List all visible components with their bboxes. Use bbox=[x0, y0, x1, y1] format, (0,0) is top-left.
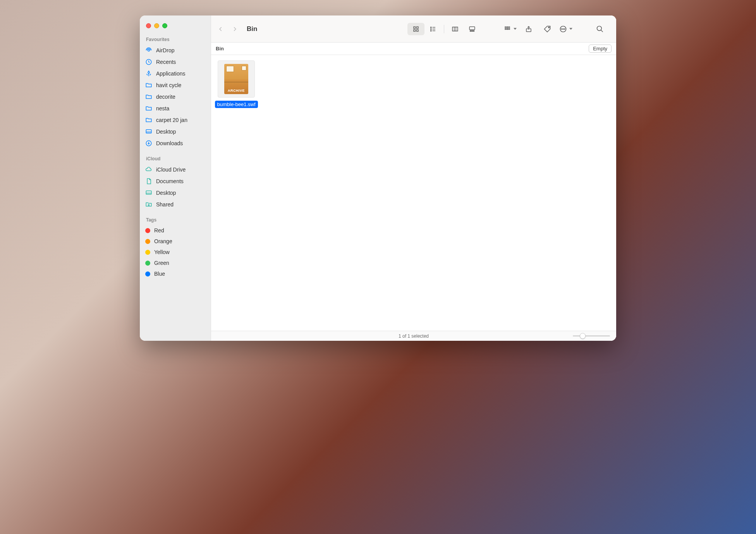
main-area: Bin Bin Empty bbox=[211, 15, 616, 341]
svg-rect-15 bbox=[470, 30, 471, 31]
empty-bin-button[interactable]: Empty bbox=[589, 45, 612, 53]
svg-rect-7 bbox=[417, 27, 419, 29]
sidebar-item-desktop[interactable]: Desktop bbox=[140, 126, 211, 137]
icon-size-slider[interactable] bbox=[573, 335, 610, 337]
svg-rect-22 bbox=[507, 28, 508, 29]
sidebar-tag-green[interactable]: Green bbox=[140, 258, 211, 268]
sidebar-item-downloads[interactable]: Downloads bbox=[140, 137, 211, 149]
sidebar-item-icloud-desktop[interactable]: Desktop bbox=[140, 187, 211, 199]
gallery-view-button[interactable] bbox=[464, 23, 481, 35]
clock-icon bbox=[145, 58, 152, 65]
desktop-icon bbox=[145, 128, 152, 135]
archive-icon: ARCHIVE bbox=[224, 64, 248, 94]
sidebar-item-label: Applications bbox=[156, 70, 186, 77]
close-window-button[interactable] bbox=[146, 23, 151, 28]
sidebar-item-carpet-20-jan[interactable]: carpet 20 jan bbox=[140, 114, 211, 126]
svg-rect-9 bbox=[417, 29, 419, 31]
sidebar-item-airdrop[interactable]: AirDrop bbox=[140, 45, 211, 56]
tag-dot-icon bbox=[145, 250, 150, 255]
svg-point-10 bbox=[431, 27, 431, 27]
column-view-button[interactable] bbox=[447, 23, 464, 35]
sidebar-item-label: Orange bbox=[154, 238, 172, 244]
minimize-window-button[interactable] bbox=[154, 23, 159, 28]
downloads-icon bbox=[145, 140, 152, 147]
airdrop-icon bbox=[145, 47, 152, 54]
list-view-button[interactable] bbox=[424, 23, 442, 35]
sidebar-item-label: iCloud Drive bbox=[156, 167, 186, 173]
tag-dot-icon bbox=[145, 239, 150, 244]
sidebar-item-label: havit cycle bbox=[156, 82, 181, 88]
svg-point-25 bbox=[548, 27, 550, 28]
sidebar-item-label: Documents bbox=[156, 178, 184, 184]
sidebar-item-documents[interactable]: Documents bbox=[140, 175, 211, 187]
sidebar-item-decorite[interactable]: decorite bbox=[140, 91, 211, 103]
svg-point-12 bbox=[431, 30, 431, 31]
svg-point-29 bbox=[564, 29, 565, 29]
desktop-icon bbox=[145, 189, 152, 196]
sidebar-item-label: carpet 20 jan bbox=[156, 117, 187, 123]
sidebar-item-label: Yellow bbox=[154, 249, 170, 255]
sidebar-item-applications[interactable]: Applications bbox=[140, 68, 211, 79]
file-grid[interactable]: ARCHIVE bumble-bee1.swf bbox=[211, 55, 616, 331]
forward-button[interactable] bbox=[229, 23, 241, 35]
svg-rect-23 bbox=[509, 28, 510, 29]
archive-badge: ARCHIVE bbox=[228, 89, 245, 93]
sidebar-item-icloud-drive[interactable]: iCloud Drive bbox=[140, 164, 211, 175]
fullscreen-window-button[interactable] bbox=[162, 23, 167, 28]
sidebar-tag-blue[interactable]: Blue bbox=[140, 268, 211, 279]
sidebar-tag-red[interactable]: Red bbox=[140, 225, 211, 236]
svg-rect-16 bbox=[472, 30, 472, 31]
path-location: Bin bbox=[216, 46, 224, 52]
sidebar-item-label: decorite bbox=[156, 94, 175, 100]
tag-dot-icon bbox=[145, 261, 150, 266]
tag-dot-icon bbox=[145, 228, 150, 233]
sidebar-tag-orange[interactable]: Orange bbox=[140, 236, 211, 247]
window-controls bbox=[140, 22, 211, 35]
sidebar-item-label: Green bbox=[154, 260, 169, 266]
folder-icon bbox=[145, 117, 152, 124]
svg-point-5 bbox=[148, 204, 149, 206]
file-icon: ARCHIVE bbox=[218, 60, 255, 98]
sidebar-item-shared[interactable]: Shared bbox=[140, 199, 211, 210]
sidebar-section-favourites: Favourites bbox=[140, 35, 211, 45]
sidebar-item-label: Desktop bbox=[156, 129, 176, 135]
sidebar-section-tags: Tags bbox=[140, 216, 211, 225]
sidebar: Favourites AirDrop Recents Applications … bbox=[140, 15, 211, 341]
svg-rect-18 bbox=[505, 27, 506, 28]
sidebar-item-label: Recents bbox=[156, 59, 176, 65]
share-button[interactable] bbox=[521, 23, 536, 35]
sidebar-item-label: Blue bbox=[154, 271, 165, 277]
view-mode-group bbox=[407, 22, 481, 36]
svg-rect-14 bbox=[469, 27, 475, 30]
path-bar: Bin Empty bbox=[211, 43, 616, 55]
svg-rect-6 bbox=[414, 27, 416, 29]
icon-view-button[interactable] bbox=[407, 23, 424, 35]
file-name-label[interactable]: bumble-bee1.swf bbox=[215, 101, 258, 108]
svg-point-30 bbox=[597, 26, 602, 31]
sidebar-item-havit-cycle[interactable]: havit cycle bbox=[140, 79, 211, 91]
sidebar-item-label: AirDrop bbox=[156, 47, 174, 53]
window-title: Bin bbox=[247, 25, 257, 33]
group-by-button[interactable] bbox=[502, 23, 518, 35]
status-text: 1 of 1 selected bbox=[399, 333, 429, 339]
svg-rect-2 bbox=[146, 130, 151, 133]
svg-rect-20 bbox=[509, 27, 510, 28]
svg-rect-8 bbox=[414, 29, 416, 31]
document-icon bbox=[145, 178, 152, 185]
tags-button[interactable] bbox=[540, 23, 555, 35]
sidebar-item-nesta[interactable]: nesta bbox=[140, 103, 211, 114]
back-button[interactable] bbox=[215, 23, 227, 35]
finder-window: Favourites AirDrop Recents Applications … bbox=[140, 15, 616, 341]
folder-icon bbox=[145, 82, 152, 89]
sidebar-item-recents[interactable]: Recents bbox=[140, 56, 211, 68]
sidebar-item-label: Downloads bbox=[156, 140, 183, 146]
sidebar-item-label: Shared bbox=[156, 201, 174, 208]
svg-rect-17 bbox=[473, 30, 474, 31]
applications-icon bbox=[145, 70, 152, 77]
file-item[interactable]: ARCHIVE bumble-bee1.swf bbox=[217, 60, 255, 108]
sidebar-item-label: Red bbox=[154, 227, 164, 234]
sidebar-tag-yellow[interactable]: Yellow bbox=[140, 247, 211, 258]
search-button[interactable] bbox=[592, 23, 608, 35]
more-actions-button[interactable] bbox=[558, 23, 574, 35]
cloud-icon bbox=[145, 166, 152, 173]
